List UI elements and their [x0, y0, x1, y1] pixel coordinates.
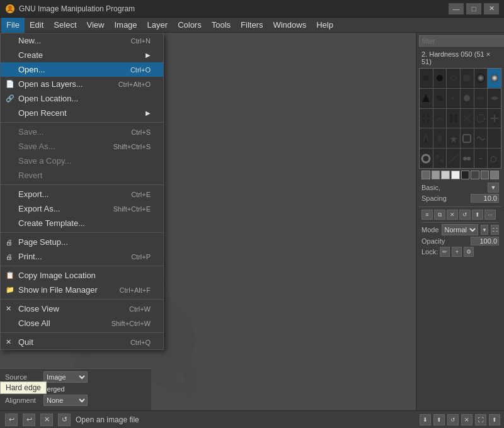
brush-cell[interactable]	[474, 89, 488, 108]
color-swatch-gray[interactable]	[421, 171, 430, 179]
brush-cell[interactable]	[474, 128, 488, 148]
rb-btn-2[interactable]: ⬆	[433, 414, 445, 425]
refresh-button[interactable]: ↺	[58, 414, 71, 426]
color-swatch-med3[interactable]	[490, 171, 499, 179]
rb-btn-5[interactable]: ⛶	[475, 414, 486, 425]
menu-item-export[interactable]: Export... Ctrl+E	[1, 187, 163, 201]
rb-btn-4[interactable]: ✕	[461, 414, 472, 425]
menu-image[interactable]: Image	[109, 18, 142, 33]
layers-btn-2[interactable]: ⧉	[434, 210, 445, 220]
brush-cell[interactable]	[433, 89, 447, 108]
rb-btn-1[interactable]: ⬇	[420, 414, 431, 425]
menu-windows[interactable]: Windows	[268, 18, 311, 33]
mode-arrow[interactable]: ▼	[481, 225, 489, 235]
color-swatch-dark[interactable]	[461, 171, 470, 179]
brush-cell[interactable]	[433, 69, 447, 88]
redo-button[interactable]: ↩	[23, 414, 35, 426]
brush-cell[interactable]	[420, 149, 433, 168]
brush-cell[interactable]: 〰	[488, 128, 501, 148]
color-swatch-medium[interactable]	[471, 171, 479, 179]
brush-cell[interactable]	[433, 149, 447, 168]
brush-cell[interactable]	[474, 69, 488, 88]
brush-cell[interactable]	[474, 149, 488, 168]
menu-colors[interactable]: Colors	[173, 18, 207, 33]
menu-tools[interactable]: Tools	[207, 18, 236, 33]
brush-cell[interactable]	[433, 128, 447, 148]
brush-cell[interactable]	[461, 69, 474, 88]
brush-cell[interactable]: ⬡	[488, 149, 501, 168]
brush-cell[interactable]	[420, 128, 433, 148]
undo-button[interactable]: ↩	[5, 414, 18, 426]
brush-cell[interactable]	[420, 109, 433, 128]
menu-item-quit[interactable]: ✕ Quit Ctrl+Q	[1, 335, 163, 349]
lock-pixel-btn[interactable]: ✏	[440, 247, 450, 257]
rb-btn-3[interactable]: ↺	[447, 414, 459, 425]
brush-cell[interactable]	[447, 149, 460, 168]
alignment-select[interactable]: None	[43, 395, 88, 406]
brush-cell[interactable]	[474, 109, 488, 128]
lock-all-btn[interactable]: ⚙	[464, 247, 474, 257]
brush-cell[interactable]	[420, 89, 433, 108]
menu-item-create-template[interactable]: Create Template...	[1, 216, 163, 230]
brush-cell[interactable]	[420, 69, 433, 88]
menu-item-print[interactable]: 🖨 Print... Ctrl+P	[1, 249, 163, 264]
menu-item-new[interactable]: New... Ctrl+N	[1, 33, 163, 48]
rb-btn-6[interactable]: ⬆	[489, 414, 500, 425]
menu-item-create[interactable]: Create ▶	[1, 48, 163, 62]
menu-help[interactable]: Help	[311, 18, 338, 33]
brush-cell[interactable]	[461, 89, 474, 108]
menu-item-close-all[interactable]: Close All Shift+Ctrl+W	[1, 316, 163, 330]
opacity-value[interactable]	[471, 237, 499, 245]
brush-cell[interactable]: ✦	[447, 89, 460, 108]
brush-cell[interactable]	[488, 69, 501, 88]
menu-item-page-setup[interactable]: 🖨 Page Setup...	[1, 235, 163, 249]
menu-item-open-layers[interactable]: 📄 Open as Layers... Ctrl+Alt+O	[1, 77, 163, 91]
menu-item-save-copy[interactable]: Save a Copy...	[1, 154, 163, 168]
brush-cell[interactable]	[488, 109, 501, 128]
menu-select[interactable]: Select	[49, 18, 81, 33]
minimize-button[interactable]: —	[449, 3, 464, 14]
layers-btn-6[interactable]: ···	[484, 210, 496, 220]
brush-cell[interactable]	[447, 109, 460, 128]
brush-filter-input[interactable]	[419, 35, 504, 47]
brush-cell[interactable]	[461, 149, 474, 168]
menu-filters[interactable]: Filters	[236, 18, 268, 33]
menu-file[interactable]: File	[1, 18, 25, 33]
menu-item-open-location[interactable]: 🔗 Open Location...	[1, 91, 163, 106]
brush-cell[interactable]	[433, 109, 447, 128]
menu-item-close-view[interactable]: ✕ Close View Ctrl+W	[1, 301, 163, 316]
layers-btn-5[interactable]: ⬆	[472, 210, 483, 220]
maximize-button[interactable]: □	[466, 3, 481, 14]
layers-btn-1[interactable]: ≡	[421, 210, 433, 220]
brush-cell[interactable]	[447, 128, 460, 148]
brush-cell[interactable]	[488, 89, 501, 108]
menu-item-copy-location[interactable]: 📋 Copy Image Location	[1, 268, 163, 283]
menu-item-open-recent[interactable]: Open Recent ▶	[1, 106, 163, 120]
menu-item-save-as[interactable]: Save As... Shift+Ctrl+S	[1, 139, 163, 154]
close-button[interactable]: ✕	[484, 3, 499, 14]
lock-alpha-btn[interactable]: +	[452, 247, 462, 257]
color-swatch-white[interactable]	[451, 171, 460, 179]
layers-btn-3[interactable]: ✕	[447, 210, 458, 220]
brush-cell[interactable]	[461, 128, 474, 148]
color-swatch-lighter[interactable]	[441, 171, 450, 179]
layers-btn-4[interactable]: ↺	[459, 210, 471, 220]
menu-item-export-as[interactable]: Export As... Shift+Ctrl+E	[1, 201, 163, 216]
source-select[interactable]: Image	[43, 371, 88, 383]
spacing-value[interactable]	[471, 194, 499, 203]
menu-item-revert[interactable]: Revert	[1, 168, 163, 183]
mode-expand[interactable]: ⛶	[491, 225, 499, 235]
color-swatch-med2[interactable]	[481, 171, 490, 179]
menu-item-save[interactable]: Save... Ctrl+S	[1, 125, 163, 139]
menu-view[interactable]: View	[82, 18, 110, 33]
menu-layer[interactable]: Layer	[142, 18, 173, 33]
menu-item-open[interactable]: Open... Ctrl+O	[1, 62, 163, 77]
menu-item-file-manager[interactable]: 📁 Show in File Manager Ctrl+Alt+F	[1, 283, 163, 297]
color-swatch-light[interactable]	[432, 171, 440, 179]
brush-cell[interactable]	[447, 69, 460, 88]
delete-button[interactable]: ✕	[40, 414, 53, 426]
mode-select[interactable]: Normal	[442, 224, 478, 235]
brush-cell[interactable]	[461, 109, 474, 128]
menu-edit[interactable]: Edit	[25, 18, 49, 33]
category-dropdown[interactable]: ▼	[488, 183, 499, 193]
